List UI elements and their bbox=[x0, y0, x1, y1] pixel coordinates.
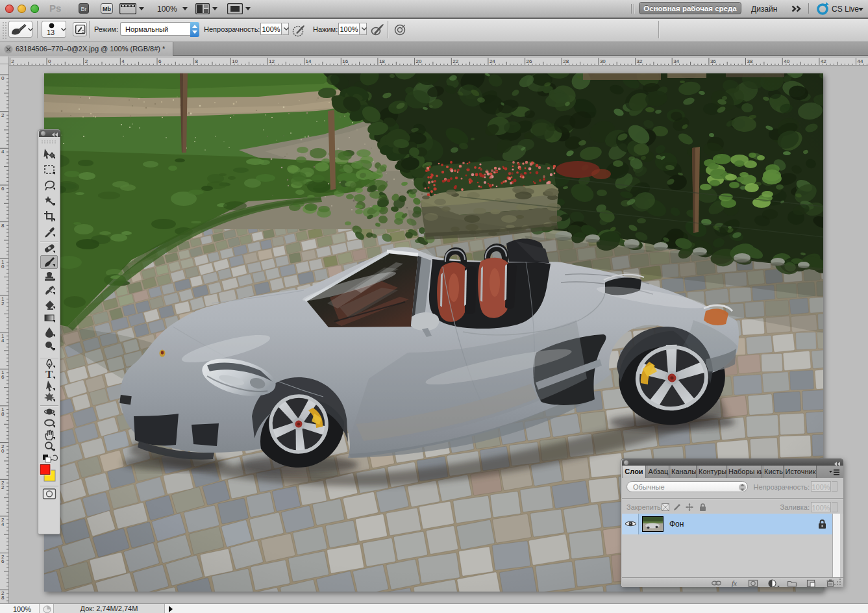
svg-text:2: 2 bbox=[1, 112, 5, 118]
svg-text:6: 6 bbox=[1, 374, 5, 380]
svg-text:2: 2 bbox=[85, 58, 88, 64]
svg-text:10: 10 bbox=[232, 58, 238, 64]
svg-text:4: 4 bbox=[1, 149, 5, 155]
svg-text:6: 6 bbox=[1, 558, 5, 564]
svg-text:16: 16 bbox=[342, 58, 348, 64]
svg-text:24: 24 bbox=[490, 58, 495, 64]
svg-text:22: 22 bbox=[453, 58, 458, 64]
svg-text:20: 20 bbox=[416, 58, 422, 64]
svg-text:0: 0 bbox=[48, 58, 51, 64]
svg-text:26: 26 bbox=[527, 58, 532, 64]
svg-text:36: 36 bbox=[710, 58, 716, 64]
svg-text:8: 8 bbox=[1, 595, 5, 601]
svg-text:0: 0 bbox=[1, 448, 5, 454]
svg-text:4: 4 bbox=[121, 58, 125, 64]
svg-text:6: 6 bbox=[1, 186, 5, 192]
svg-text:2: 2 bbox=[1, 484, 5, 490]
svg-text:0: 0 bbox=[1, 264, 5, 269]
svg-text:14: 14 bbox=[306, 58, 312, 64]
svg-text:28: 28 bbox=[563, 58, 569, 64]
svg-text:38: 38 bbox=[747, 58, 753, 64]
svg-text:6: 6 bbox=[158, 58, 162, 64]
svg-text:8: 8 bbox=[195, 58, 199, 64]
svg-text:8: 8 bbox=[1, 223, 5, 229]
svg-text:fx: fx bbox=[732, 579, 737, 587]
svg-text:18: 18 bbox=[379, 58, 385, 64]
svg-text:40: 40 bbox=[784, 58, 789, 64]
svg-text:12: 12 bbox=[269, 58, 275, 64]
svg-text:42: 42 bbox=[821, 58, 826, 64]
svg-text:44: 44 bbox=[858, 58, 863, 64]
svg-text:4: 4 bbox=[1, 338, 5, 344]
svg-text:2: 2 bbox=[1, 301, 5, 306]
svg-text:0: 0 bbox=[1, 75, 5, 81]
svg-text:2: 2 bbox=[11, 58, 14, 64]
svg-text:34: 34 bbox=[673, 58, 679, 64]
svg-text:T: T bbox=[45, 368, 53, 381]
svg-text:4: 4 bbox=[1, 521, 5, 527]
svg-text:30: 30 bbox=[600, 58, 606, 64]
svg-text:32: 32 bbox=[637, 58, 643, 64]
svg-text:8: 8 bbox=[1, 411, 5, 417]
